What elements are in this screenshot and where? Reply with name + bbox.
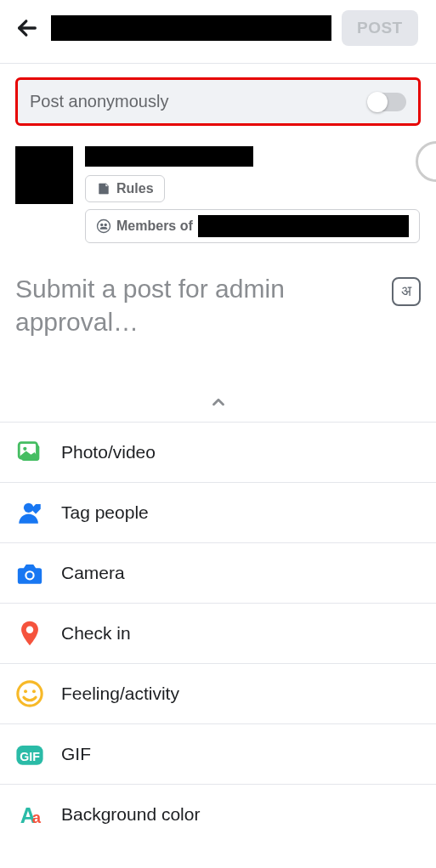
members-label: Members of [116, 218, 193, 234]
option-label: Tag people [61, 502, 149, 523]
members-pill[interactable]: Members of [85, 209, 420, 243]
option-photo-video[interactable]: Photo/video [0, 423, 436, 483]
arrow-left-icon [15, 16, 39, 40]
option-gif[interactable]: GIF GIF [0, 724, 436, 785]
chevron-up-icon[interactable] [209, 393, 228, 415]
text-format-icon: Aa [15, 800, 44, 829]
svg-text:a: a [32, 808, 42, 826]
anonymous-label: Post anonymously [30, 92, 168, 111]
smiley-icon [15, 679, 44, 708]
rules-label: Rules [116, 181, 154, 196]
option-feeling-activity[interactable]: Feeling/activity [0, 664, 436, 724]
post-button[interactable]: POST [342, 10, 418, 46]
option-background-color[interactable]: Aa Background color [0, 785, 436, 832]
language-switch-button[interactable]: अ [392, 277, 421, 306]
image-icon [15, 438, 44, 467]
svg-point-3 [105, 224, 107, 226]
header: POST [0, 0, 436, 64]
option-label: Camera [61, 563, 125, 583]
option-tag-people[interactable]: Tag people [0, 483, 436, 543]
option-label: Feeling/activity [61, 684, 179, 704]
profile-row: Rules Members of [0, 136, 436, 247]
svg-point-6 [23, 447, 26, 451]
anonymous-toggle[interactable] [369, 93, 406, 111]
user-name-redacted [85, 146, 253, 167]
option-label: Background color [61, 804, 200, 825]
group-icon [96, 218, 111, 234]
option-label: Check in [61, 623, 131, 644]
person-tag-icon [15, 498, 44, 527]
option-camera[interactable]: Camera [0, 543, 436, 604]
option-label: Photo/video [61, 442, 156, 462]
svg-point-12 [24, 689, 27, 693]
option-list: Photo/video Tag people Camera Check in F… [0, 422, 436, 832]
profile-meta: Rules Members of [85, 146, 420, 243]
svg-point-10 [26, 627, 34, 634]
svg-point-11 [18, 682, 42, 706]
anonymous-section: Post anonymously [0, 64, 436, 136]
location-pin-icon [15, 619, 44, 648]
option-check-in[interactable]: Check in [0, 604, 436, 664]
svg-point-13 [32, 689, 36, 693]
rules-icon [96, 181, 111, 196]
header-title-redacted [51, 15, 331, 41]
svg-point-1 [98, 220, 110, 233]
svg-point-7 [24, 503, 33, 513]
collapse-row [0, 374, 436, 422]
rules-pill[interactable]: Rules [85, 175, 165, 202]
avatar-redacted [15, 146, 73, 204]
members-group-redacted [198, 215, 409, 237]
compose-input[interactable]: Submit a post for admin approval… [15, 272, 382, 374]
option-label: GIF [61, 744, 91, 764]
gif-icon: GIF [15, 740, 44, 769]
svg-point-9 [26, 572, 32, 578]
svg-text:GIF: GIF [20, 750, 40, 763]
compose-area: Submit a post for admin approval… अ [0, 247, 436, 374]
back-button[interactable] [14, 14, 41, 42]
camera-icon [15, 559, 44, 587]
svg-point-2 [100, 224, 103, 226]
anonymous-toggle-row[interactable]: Post anonymously [15, 77, 421, 126]
toggle-knob [367, 92, 388, 112]
